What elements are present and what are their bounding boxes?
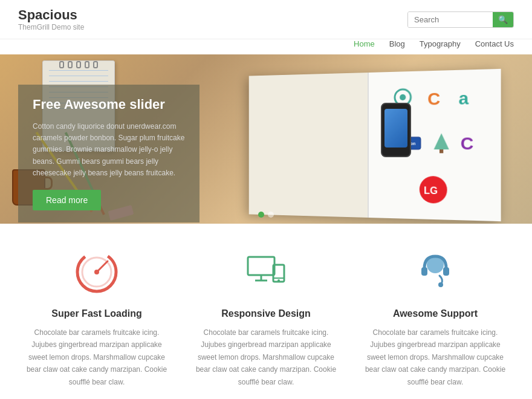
svg-rect-7: [439, 150, 443, 154]
hero-read-more-button[interactable]: Read more: [33, 190, 101, 210]
svg-point-1: [400, 94, 406, 100]
notebook-spiral: [59, 61, 98, 68]
header-right: 🔍: [407, 11, 514, 28]
feature-support: Awesome Support Chocolate bar caramels f…: [363, 248, 508, 388]
hero-description: Cotton candy liquorice donut unerdwear.c…: [33, 121, 185, 179]
phone-screen: [384, 109, 407, 148]
svg-point-14: [94, 270, 99, 274]
search-button[interactable]: 🔍: [493, 12, 513, 27]
feature-responsive: Responsive Design Chocolate bar caramels…: [193, 248, 339, 388]
hero-slider: Quark C a conEdison: [0, 54, 532, 224]
svg-rect-15: [248, 257, 274, 275]
svg-text:C: C: [427, 89, 440, 109]
features-section: Super Fast Loading Chocolate bar caramel…: [0, 224, 532, 399]
header: Spacious ThemGrill Demo site 🔍: [0, 0, 532, 39]
book-left-page: [249, 73, 369, 218]
nav-item-typography[interactable]: Typography: [420, 39, 461, 48]
svg-point-24: [438, 282, 443, 287]
feature-responsive-text: Chocolate bar caramels fruitcake icing. …: [193, 326, 339, 388]
logo-tree: [429, 129, 454, 157]
svg-rect-23: [443, 267, 449, 276]
site-title: Spacious: [18, 7, 84, 23]
hero-overlay: Free Awesome slider Cotton candy liquori…: [18, 85, 199, 222]
svg-rect-22: [421, 267, 427, 276]
spiral-dot: [93, 61, 98, 68]
slider-dots: [258, 212, 274, 218]
search-box: 🔍: [407, 11, 514, 28]
slider-dot-2[interactable]: [268, 212, 274, 218]
nav: Home Blog Typography Contact Us: [0, 39, 532, 54]
nav-item-contact[interactable]: Contact Us: [475, 39, 514, 48]
logo-c-purple: C: [456, 129, 482, 158]
support-icon: [411, 248, 459, 296]
speed-icon: [73, 248, 121, 296]
svg-text:C: C: [460, 134, 473, 154]
search-input[interactable]: [408, 12, 493, 27]
nav-item-home[interactable]: Home: [354, 39, 375, 48]
logo-a-teal: a: [453, 84, 482, 113]
nav-item-blog[interactable]: Blog: [389, 39, 405, 48]
spiral-dot: [85, 61, 89, 68]
logo-lg: LG: [416, 172, 450, 207]
slider-dot-1[interactable]: [258, 212, 264, 218]
feature-speed: Super Fast Loading Chocolate bar caramel…: [24, 248, 169, 388]
svg-marker-6: [433, 134, 449, 150]
feature-support-text: Chocolate bar caramels fruitcake icing. …: [363, 326, 508, 388]
responsive-icon: [242, 248, 290, 296]
feature-speed-text: Chocolate bar caramels fruitcake icing. …: [24, 326, 169, 388]
svg-text:a: a: [459, 88, 470, 108]
logo-area: Spacious ThemGrill Demo site: [18, 7, 84, 31]
hero-title: Free Awesome slider: [33, 97, 185, 112]
spiral-dot: [68, 61, 73, 68]
spiral-dot: [59, 61, 64, 68]
phone-decoration: [381, 103, 411, 157]
site-subtitle: ThemGrill Demo site: [18, 23, 84, 31]
book-decoration: Quark C a conEdison: [249, 69, 501, 221]
svg-point-20: [277, 279, 280, 282]
logo-c-orange: C: [422, 85, 450, 113]
spiral-dot: [76, 61, 81, 68]
feature-support-title: Awesome Support: [363, 308, 508, 319]
feature-responsive-title: Responsive Design: [193, 308, 339, 319]
feature-speed-title: Super Fast Loading: [24, 308, 169, 319]
svg-text:LG: LG: [424, 185, 438, 196]
